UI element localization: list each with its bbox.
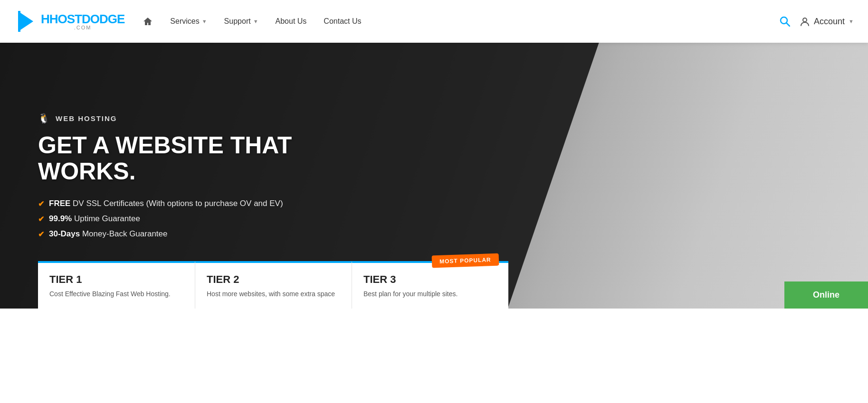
- nav-contact[interactable]: Contact Us: [315, 12, 370, 30]
- nav-services[interactable]: Services ▼: [162, 12, 215, 30]
- logo-main: HHOSTDODGE: [41, 13, 124, 25]
- hero-title: GET A WEBSITE THAT WORKS.: [38, 132, 361, 185]
- home-icon: [143, 17, 153, 26]
- svg-point-4: [803, 18, 807, 22]
- feature-3-bold: 30-Days: [49, 229, 80, 238]
- feature-moneyback: ✔ 30-Days Money-Back Guarantee: [38, 229, 361, 239]
- svg-line-3: [787, 23, 790, 27]
- feature-2-bold: 99.9%: [49, 214, 72, 223]
- support-dropdown-arrow: ▼: [253, 19, 258, 24]
- hero-label: 🐧 WEB HOSTING: [38, 112, 361, 124]
- search-icon: [780, 16, 790, 27]
- hero-features: ✔ FREE DV SSL Certificates (With options…: [38, 199, 361, 239]
- svg-rect-1: [18, 11, 20, 32]
- contact-label: Contact Us: [324, 17, 361, 26]
- feature-2-rest: Uptime Guarantee: [72, 214, 140, 223]
- feature-1-bold: FREE: [49, 199, 70, 208]
- tier-cards: TIER 1 Cost Effective Blazing Fast Web H…: [38, 261, 508, 309]
- check-icon-1: ✔: [38, 199, 44, 208]
- feature-ssl: ✔ FREE DV SSL Certificates (With options…: [38, 199, 361, 208]
- feature-3-rest: Money-Back Guarantee: [80, 229, 167, 238]
- tier-2-card[interactable]: TIER 2 Host more websites, with some ext…: [195, 261, 352, 309]
- support-label: Support: [224, 17, 251, 26]
- check-icon-2: ✔: [38, 215, 44, 224]
- tier-3-name: TIER 3: [363, 273, 497, 286]
- hero-section: 🐧 WEB HOSTING GET A WEBSITE THAT WORKS. …: [0, 43, 868, 309]
- svg-marker-0: [19, 12, 33, 31]
- services-link[interactable]: Services ▼: [162, 12, 215, 30]
- logo[interactable]: HHOSTDODGE .COM: [14, 9, 124, 33]
- tier-3-desc: Best plan for your multiple sites.: [363, 290, 497, 299]
- linux-icon: 🐧: [38, 112, 51, 124]
- logo-text: HHOSTDODGE .COM: [41, 13, 124, 30]
- services-label: Services: [170, 17, 199, 26]
- tier-1-name: TIER 1: [49, 273, 183, 286]
- logo-icon: [14, 9, 38, 33]
- about-link[interactable]: About Us: [267, 12, 315, 30]
- account-label: Account: [814, 17, 845, 27]
- online-button[interactable]: Online: [784, 281, 868, 309]
- contact-link[interactable]: Contact Us: [315, 12, 370, 30]
- logo-name: HOSTDODGE: [49, 12, 125, 26]
- hero-content: 🐧 WEB HOSTING GET A WEBSITE THAT WORKS. …: [38, 112, 361, 239]
- home-link[interactable]: [134, 12, 162, 31]
- nav-support[interactable]: Support ▼: [216, 12, 267, 30]
- hero-label-text: WEB HOSTING: [56, 114, 117, 122]
- account-button[interactable]: Account ▼: [800, 16, 854, 27]
- online-label: Online: [813, 290, 839, 300]
- tier-1-card[interactable]: TIER 1 Cost Effective Blazing Fast Web H…: [38, 261, 195, 309]
- tier-3-card[interactable]: MOST POPULAR TIER 3 Best plan for your m…: [352, 261, 508, 309]
- about-label: About Us: [276, 17, 307, 26]
- feature-1-rest: DV SSL Certificates (With options to pur…: [70, 199, 283, 208]
- feature-uptime: ✔ 99.9% Uptime Guarantee: [38, 214, 361, 224]
- nav-home[interactable]: [134, 12, 162, 31]
- search-button[interactable]: [780, 16, 790, 27]
- nav-right: Account ▼: [780, 16, 854, 27]
- services-dropdown-arrow: ▼: [202, 19, 207, 24]
- logo-h: H: [41, 12, 49, 26]
- nav-about[interactable]: About Us: [267, 12, 315, 30]
- nav-links: Services ▼ Support ▼ About Us Contact Us: [134, 12, 780, 31]
- check-icon-3: ✔: [38, 230, 44, 239]
- support-link[interactable]: Support ▼: [216, 12, 267, 30]
- tier-2-name: TIER 2: [207, 273, 340, 286]
- tier-2-desc: Host more websites, with some extra spac…: [207, 290, 340, 299]
- account-dropdown-arrow: ▼: [849, 19, 854, 24]
- logo-sub: .COM: [41, 25, 124, 30]
- tier-1-desc: Cost Effective Blazing Fast Web Hosting.: [49, 290, 183, 299]
- most-popular-badge: MOST POPULAR: [432, 253, 499, 268]
- navbar: HHOSTDODGE .COM Services ▼ Support ▼: [0, 0, 868, 43]
- account-icon: [800, 16, 810, 27]
